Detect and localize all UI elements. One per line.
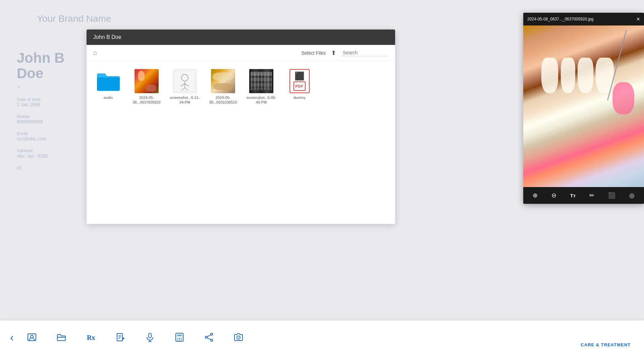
- file-item-audio[interactable]: audio: [93, 69, 123, 105]
- zoom-in-icon: ⊕: [533, 192, 538, 199]
- nav-share-button[interactable]: [204, 333, 214, 342]
- nav-notes-button[interactable]: [116, 333, 125, 342]
- settings-tool-button[interactable]: ◎: [627, 190, 637, 200]
- svg-point-26: [211, 333, 213, 335]
- file-label-audio: audio: [104, 95, 113, 100]
- select-files-label: Select Files: [302, 50, 326, 56]
- pencil-tool-button[interactable]: ✏: [587, 190, 597, 200]
- settings-icon: ◎: [629, 192, 635, 199]
- file-label-dental2: 2024-05-08...0631039510: [208, 95, 238, 105]
- select-files-button[interactable]: Select Files: [302, 50, 326, 56]
- home-icon[interactable]: ⌂: [93, 49, 97, 57]
- text-tool-button[interactable]: Tт: [568, 191, 579, 200]
- file-label-dental1: 2024-05-08...0637005920: [131, 95, 162, 105]
- bottom-navigation: ‹ Rx: [0, 320, 644, 354]
- preview-image-area: [523, 25, 644, 187]
- preview-close-button[interactable]: ×: [636, 16, 640, 22]
- image-preview-popup: 2024-05-08_0637..._0637005920.jpg × ⊕ ⊖ …: [523, 13, 644, 204]
- svg-point-20: [177, 338, 178, 339]
- email-label: Email: [17, 131, 84, 136]
- preview-title: 2024-05-08_0637..._0637005920.jpg: [527, 17, 594, 21]
- folder-thumb: [96, 69, 120, 93]
- svg-point-23: [177, 340, 178, 341]
- svg-point-24: [179, 340, 180, 341]
- care-treatment-label: CARE & TREATMENT: [581, 342, 631, 347]
- mobile-info: Mobile 9999999999: [17, 114, 84, 124]
- file-item-pdf[interactable]: ⬛ PDF dummy: [284, 69, 315, 105]
- pdf-thumb: ⬛ PDF: [287, 69, 312, 93]
- file-item-sketch[interactable]: screenshot...5-11-34-PM: [170, 69, 200, 105]
- patient-sidebar: John B Doe ♂ Date of birth 2 Jan 1998 Mo…: [17, 50, 84, 171]
- patient-name: John B Doe: [17, 50, 84, 81]
- mobile-label: Mobile: [17, 114, 84, 119]
- svg-rect-19: [177, 335, 182, 336]
- svg-line-29: [207, 335, 211, 337]
- file-label-pdf: dummy: [293, 95, 306, 100]
- nav-profile-button[interactable]: [27, 333, 37, 342]
- file-label-xray: screenshot...6-05-49-PM: [246, 95, 276, 105]
- nav-microphone-button[interactable]: [145, 333, 155, 342]
- zoom-in-button[interactable]: ⊕: [530, 190, 540, 200]
- file-item-dental1[interactable]: 2024-05-08...0637005920: [131, 69, 162, 105]
- svg-point-32: [238, 337, 239, 338]
- nav-prescription-button[interactable]: Rx: [86, 333, 96, 342]
- email-value: xyz@abc.com: [17, 136, 84, 141]
- email-info: Email xyz@abc.com: [17, 131, 84, 141]
- file-manager-modal: John B Doe ⌂ Select Files ⬆ audio: [87, 30, 395, 224]
- nav-camera-button[interactable]: [234, 333, 243, 342]
- nav-files-button[interactable]: [57, 333, 66, 342]
- brand-name: Your Brand Name: [37, 13, 111, 24]
- file-item-xray[interactable]: screenshot...6-05-49-PM: [246, 69, 276, 105]
- svg-point-27: [205, 336, 207, 338]
- file-label-sketch: screenshot...5-11-34-PM: [170, 95, 200, 105]
- svg-point-21: [179, 338, 180, 339]
- address-label: Address: [17, 148, 84, 153]
- sketch-thumb: [173, 69, 197, 93]
- dental1-thumb: [135, 69, 159, 93]
- zoom-out-button[interactable]: ⊖: [549, 190, 559, 200]
- back-icon: ‹: [10, 331, 14, 343]
- svg-rect-15: [149, 333, 151, 338]
- xray-thumb: [249, 69, 273, 93]
- dob-value: 2 Jan 1998: [17, 102, 84, 107]
- upload-icon[interactable]: ⬆: [331, 49, 336, 57]
- modal-title: John B Doe: [93, 34, 121, 40]
- preview-header: 2024-05-08_0637..._0637005920.jpg ×: [523, 13, 644, 25]
- text-tool-icon: Tт: [570, 193, 576, 198]
- pencil-icon: ✏: [589, 192, 594, 199]
- pdf-adobe-icon: ⬛: [294, 71, 305, 81]
- svg-line-30: [207, 338, 211, 340]
- preview-toolbar: ⊕ ⊖ Tт ✏ ⬛ ◎: [523, 187, 644, 204]
- file-item-dental2[interactable]: 2024-05-08...0631039510: [208, 69, 238, 105]
- crop-tool-button[interactable]: ⬛: [605, 190, 618, 200]
- svg-point-22: [180, 338, 181, 339]
- address-value: Abc, xyz -3200: [17, 153, 84, 159]
- svg-point-8: [31, 335, 33, 338]
- modal-header: John B Doe: [87, 30, 395, 45]
- svg-point-28: [211, 339, 213, 341]
- gender-icon: ♂: [17, 84, 84, 91]
- modal-toolbar: ⌂ Select Files ⬆: [87, 45, 395, 61]
- dob-label: Date of birth: [17, 97, 84, 102]
- dob-info: Date of birth 2 Jan 1998: [17, 97, 84, 107]
- crop-icon: ⬛: [608, 192, 615, 199]
- dental2-thumb: [211, 69, 235, 93]
- svg-text:Rx: Rx: [87, 334, 95, 341]
- patient-id: #1: [17, 165, 84, 171]
- zoom-out-icon: ⊖: [551, 192, 556, 199]
- file-grid: audio 2024-05-08...0637005920: [87, 61, 395, 113]
- nav-icon-group: Rx: [27, 333, 243, 342]
- nav-calculator-button[interactable]: [175, 333, 184, 342]
- search-input[interactable]: [341, 49, 388, 56]
- back-button[interactable]: ‹: [10, 331, 14, 344]
- svg-point-25: [180, 340, 181, 341]
- mobile-value: 9999999999: [17, 119, 84, 124]
- address-info: Address Abc, xyz -3200: [17, 148, 84, 159]
- svg-rect-11: [117, 334, 122, 341]
